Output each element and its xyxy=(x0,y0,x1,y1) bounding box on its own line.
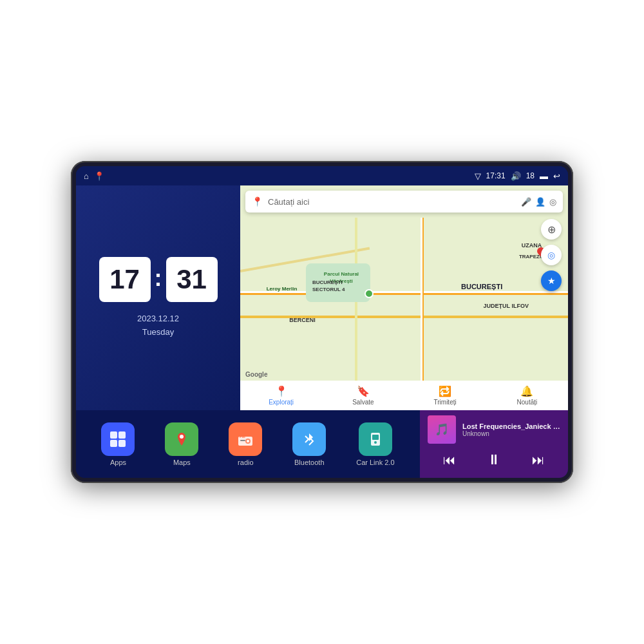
mic-icon[interactable]: 🎤 xyxy=(521,197,531,207)
map-pin-icon: 📍 xyxy=(252,196,263,207)
music-details: Lost Frequencies_Janieck Devy-... Unknow… xyxy=(462,422,560,437)
svg-point-12 xyxy=(374,441,377,444)
berceni-label: BERCENI xyxy=(289,317,316,323)
bluetooth-app-icon xyxy=(292,422,326,456)
news-icon: 🔔 xyxy=(520,385,533,397)
app-item-apps[interactable]: Apps xyxy=(101,422,135,466)
svg-rect-1 xyxy=(118,431,126,439)
news-label: Noutăți xyxy=(517,399,538,406)
clock-colon: : xyxy=(155,265,162,292)
map-directions-btn[interactable]: ★ xyxy=(541,270,562,291)
device-frame: ⌂ 📍 ▽ 17:31 🔊 18 ▬ ↩ 17 : xyxy=(71,161,573,483)
apps-app-icon xyxy=(101,422,135,456)
saved-label: Salvate xyxy=(352,399,374,406)
layers-icon[interactable]: ◎ xyxy=(549,197,556,207)
music-prev-btn[interactable]: ⏮ xyxy=(438,450,461,470)
music-title: Lost Frequencies_Janieck Devy-... xyxy=(462,422,560,430)
map-area: Parcul NaturalVăcărești Leroy Merlin UZA… xyxy=(240,218,568,381)
map-search-text[interactable]: Căutați aici xyxy=(268,197,516,207)
svg-rect-11 xyxy=(372,435,379,440)
svg-rect-0 xyxy=(110,431,117,439)
apps-label: Apps xyxy=(110,459,126,466)
map-nav-share[interactable]: 🔁 Trimiteți xyxy=(404,383,486,408)
app-item-radio[interactable]: FM radio xyxy=(229,422,262,466)
svg-rect-9 xyxy=(240,440,245,441)
explore-icon: 📍 xyxy=(275,385,288,397)
status-bar: ⌂ 📍 ▽ 17:31 🔊 18 ▬ ↩ xyxy=(76,166,568,185)
map-nav-news[interactable]: 🔔 Noutăți xyxy=(486,383,568,408)
status-time: 17:31 xyxy=(486,171,506,180)
sector4-label: BUCUREȘTISECTORUL 4 xyxy=(312,279,345,293)
battery-icon: ▬ xyxy=(540,171,548,181)
music-info: 🎵 Lost Frequencies_Janieck Devy-... Unkn… xyxy=(428,415,560,444)
explore-label: Explorați xyxy=(269,399,294,406)
radio-label: radio xyxy=(238,459,253,466)
device-screen: ⌂ 📍 ▽ 17:31 🔊 18 ▬ ↩ 17 : xyxy=(76,166,568,478)
volume-icon: 🔊 xyxy=(511,171,521,181)
clock-hours: 17 xyxy=(99,257,151,302)
music-next-btn[interactable]: ⏭ xyxy=(527,450,550,470)
map-location-btn[interactable]: ◎ xyxy=(541,245,562,265)
bluetooth-label: Bluetooth xyxy=(294,459,324,466)
top-section: 17 : 31 2023.12.12 Tuesday 📍 Căutați aic… xyxy=(76,185,568,410)
svg-point-4 xyxy=(180,435,184,439)
maps-app-icon xyxy=(165,422,198,456)
status-right-area: ▽ 17:31 🔊 18 ▬ ↩ xyxy=(475,171,560,181)
map-content-area: Parcul NaturalVăcărești Leroy Merlin UZA… xyxy=(240,218,568,381)
clock-display: 17 : 31 xyxy=(99,257,218,302)
leroy-merlin-label: Leroy Merlin xyxy=(267,286,298,292)
share-label: Trimiteți xyxy=(434,399,457,406)
ilfov-label: JUDEȚUL ILFOV xyxy=(484,303,529,309)
music-thumbnail: 🎵 xyxy=(428,415,456,444)
map-panel[interactable]: 📍 Căutați aici 🎤 👤 ◎ xyxy=(240,185,568,410)
map-compass-btn[interactable]: ⊕ xyxy=(541,219,562,240)
map-green-marker xyxy=(365,289,374,298)
carlink-app-icon xyxy=(359,422,392,456)
app-item-bluetooth[interactable]: Bluetooth xyxy=(292,422,326,466)
radio-app-icon: FM xyxy=(229,422,262,456)
svg-point-8 xyxy=(247,440,249,442)
map-nav-saved[interactable]: 🔖 Salvate xyxy=(322,383,404,408)
maps-label: Maps xyxy=(173,459,191,466)
apps-dock: Apps Maps xyxy=(76,410,420,478)
home-icon[interactable]: ⌂ xyxy=(84,171,89,181)
volume-level: 18 xyxy=(526,171,535,180)
map-nav-explore[interactable]: 📍 Explorați xyxy=(240,383,322,408)
music-play-btn[interactable]: ⏸ xyxy=(482,449,506,471)
clock-minutes: 31 xyxy=(166,257,218,302)
svg-rect-3 xyxy=(118,440,126,447)
google-logo: Google xyxy=(245,371,267,378)
map-bottom-nav: 📍 Explorați 🔖 Salvate 🔁 Trimiteți � xyxy=(240,381,568,410)
share-icon: 🔁 xyxy=(439,385,451,397)
account-icon[interactable]: 👤 xyxy=(535,197,545,207)
clock-panel: 17 : 31 2023.12.12 Tuesday xyxy=(76,185,240,410)
signal-icon: ▽ xyxy=(475,171,481,181)
music-artist: Unknown xyxy=(462,430,560,437)
bottom-section: Apps Maps xyxy=(76,410,568,478)
svg-rect-2 xyxy=(110,440,117,447)
music-controls: ⏮ ⏸ ⏭ xyxy=(428,449,560,471)
music-panel: 🎵 Lost Frequencies_Janieck Devy-... Unkn… xyxy=(420,410,568,478)
saved-icon: 🔖 xyxy=(357,385,370,397)
map-search-controls: 🎤 👤 ◎ xyxy=(521,197,556,207)
main-content: 17 : 31 2023.12.12 Tuesday 📍 Căutați aic… xyxy=(76,185,568,478)
svg-text:FM: FM xyxy=(240,435,245,439)
clock-date: 2023.12.12 Tuesday xyxy=(137,312,179,339)
app-item-carlink[interactable]: Car Link 2.0 xyxy=(356,422,394,466)
map-search-bar[interactable]: 📍 Căutați aici 🎤 👤 ◎ xyxy=(245,191,563,213)
app-item-maps[interactable]: Maps xyxy=(165,422,198,466)
bucuresti-label: BUCUREȘTI xyxy=(461,283,502,290)
status-left-icons: ⌂ 📍 xyxy=(84,171,104,181)
carlink-label: Car Link 2.0 xyxy=(356,459,394,466)
back-icon[interactable]: ↩ xyxy=(553,171,560,181)
maps-icon-status[interactable]: 📍 xyxy=(94,171,104,181)
